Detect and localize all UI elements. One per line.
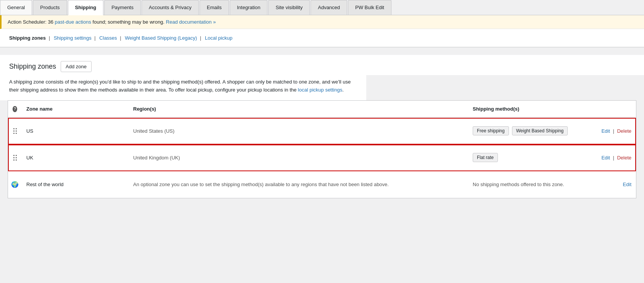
zone-region-us: United States (US) [129,124,468,138]
tab-advanced[interactable]: Advanced [311,0,347,15]
notice-middle: found; something may be wrong. [91,19,166,25]
zone-actions-us: Edit | Delete [590,124,636,138]
zone-row-world: 🌍 Rest of the world An optional zone you… [8,171,636,198]
tab-general[interactable]: General [0,0,32,15]
header-regions: Region(s) [129,105,468,114]
read-documentation-link[interactable]: Read documentation » [166,19,216,25]
zone-row-us: US United States (US) Free shipping Weig… [8,118,636,145]
page-title: Shipping zones [9,63,56,71]
header-help-icon: ? [8,105,22,114]
sub-nav-classes[interactable]: Classes [99,35,117,41]
sub-navigation: Shipping zones | Shipping settings | Cla… [0,29,644,47]
header-zone-name: Zone name [22,105,129,114]
zone-actions-world: Edit [590,177,636,192]
pipe-uk: | [613,155,614,161]
table-header-row: ? Zone name Region(s) Shipping method(s) [8,101,636,118]
no-methods-world: No shipping methods offered to this zone… [468,177,590,192]
local-pickup-settings-link[interactable]: local pickup settings [298,87,342,93]
description-end: . [342,87,344,93]
shipping-zones-header: Shipping zones Add zone [0,55,644,75]
zone-region-world: An optional zone you can use to set the … [129,177,468,192]
sep4: | [200,35,201,41]
tab-emails[interactable]: Emails [200,0,229,15]
globe-icon: 🌍 [8,181,22,188]
zones-table: ? Zone name Region(s) Shipping method(s)… [8,100,636,198]
sep3: | [120,35,121,41]
zone-name-us: US [22,124,129,138]
description-block: A shipping zone consists of the region(s… [0,75,366,100]
add-zone-button[interactable]: Add zone [61,61,92,72]
tabs-bar: General Products Shipping Payments Accou… [0,0,644,15]
method-badge-free-shipping: Free shipping [473,126,509,135]
sub-nav-local-pickup[interactable]: Local pickup [205,35,232,41]
tab-integration[interactable]: Integration [230,0,267,15]
tab-shipping[interactable]: Shipping [68,0,104,15]
sep2: | [94,35,95,41]
notice-bar: Action Scheduler: 36 past-due actions fo… [0,15,644,29]
drag-handle-us[interactable] [8,127,22,135]
sep1: | [49,35,50,41]
drag-handle-uk[interactable] [8,153,22,162]
sub-nav-shipping-settings[interactable]: Shipping settings [54,35,92,41]
edit-zone-us[interactable]: Edit [601,128,610,134]
method-badge-weight-based: Weight Based Shipping [512,126,568,135]
header-actions [590,105,636,114]
zone-name-world: Rest of the world [22,177,129,192]
delete-zone-uk[interactable]: Delete [617,155,631,161]
zone-name-uk: UK [22,150,129,165]
delete-zone-us[interactable]: Delete [617,128,631,134]
tab-accounts-privacy[interactable]: Accounts & Privacy [142,0,199,15]
sub-nav-weight-based[interactable]: Weight Based Shipping (Legacy) [125,35,197,41]
help-icon: ? [13,106,17,112]
drag-dots-us [13,128,17,134]
drag-dots-uk [13,155,17,161]
edit-zone-uk[interactable]: Edit [601,155,610,161]
tab-payments[interactable]: Payments [104,0,141,15]
past-due-actions-link[interactable]: past-due actions [55,19,91,25]
method-badge-flat-rate: Flat rate [473,153,498,162]
zone-row-uk: UK United Kingdom (UK) Flat rate Edit | … [8,145,636,171]
tab-pw-bulk-edit[interactable]: PW Bulk Edit [348,0,391,15]
tab-products[interactable]: Products [33,0,67,15]
pipe-us: | [613,128,614,134]
zone-region-uk: United Kingdom (UK) [129,150,468,165]
zone-methods-us: Free shipping Weight Based Shipping [468,122,590,140]
header-shipping-methods: Shipping method(s) [468,105,590,114]
sub-nav-active: Shipping zones [9,35,46,41]
edit-zone-world[interactable]: Edit [623,182,631,187]
zone-actions-uk: Edit | Delete [590,150,636,165]
tab-site-visibility[interactable]: Site visibility [268,0,310,15]
notice-prefix: Action Scheduler: 36 [8,19,55,25]
zone-methods-uk: Flat rate [468,148,590,167]
